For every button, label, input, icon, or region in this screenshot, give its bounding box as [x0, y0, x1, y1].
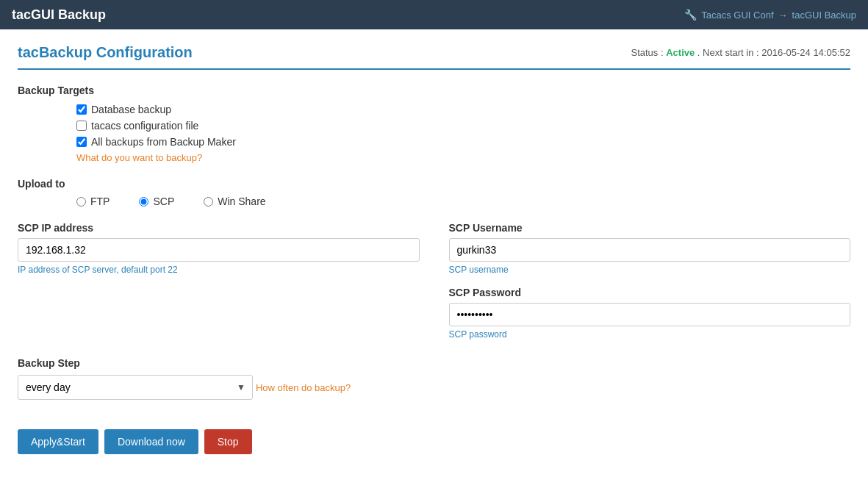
download-now-button[interactable]: Download now [104, 429, 198, 454]
wrench-icon: 🔧 [684, 9, 697, 21]
status-info: Status : Active . Next start in : 2016-0… [631, 47, 850, 58]
page-heading-row: tacBackup Configuration Status : Active … [18, 44, 850, 70]
checkbox-tacacs[interactable]: tacacs configuration file [76, 120, 850, 132]
scp-ip-label: SCP IP address [18, 222, 420, 234]
button-row: Apply&Start Download now Stop [18, 429, 850, 454]
checkbox-database[interactable]: Database backup [76, 104, 850, 115]
checkbox-backupmaker-input[interactable] [76, 137, 87, 147]
backup-step-select[interactable]: every day every week every month every h… [18, 375, 253, 400]
scp-password-input[interactable] [449, 303, 851, 326]
backup-targets-label: Backup Targets [18, 85, 850, 96]
scp-password-label: SCP Password [449, 287, 851, 298]
status-value: Active [666, 47, 695, 58]
scp-password-hint: SCP password [449, 329, 851, 340]
radio-winshare-input[interactable] [204, 197, 213, 207]
backup-targets-list: Database backup tacacs configuration fil… [18, 104, 850, 163]
radio-winshare[interactable]: Win Share [204, 196, 265, 207]
backup-step-help-link[interactable]: How often do backup? [256, 382, 351, 393]
radio-scp[interactable]: SCP [139, 196, 174, 207]
radio-ftp-input[interactable] [76, 197, 86, 207]
radio-winshare-label: Win Share [218, 196, 265, 207]
checkbox-database-label: Database backup [91, 104, 171, 115]
scp-ip-input[interactable] [18, 238, 420, 262]
navbar-brand: tacGUI Backup [12, 7, 106, 23]
breadcrumb-separator: → [778, 10, 788, 21]
backup-targets-section: Backup Targets Database backup tacacs co… [18, 85, 850, 163]
status-datetime: 2016-05-24 14:05:52 [761, 47, 850, 58]
navbar-breadcrumb: 🔧 Tacacs GUI Conf → tacGUI Backup [684, 9, 856, 21]
page-title-bold: Backup [39, 44, 92, 60]
status-label: Status : [631, 47, 663, 58]
radio-ftp-label: FTP [90, 196, 110, 207]
stop-button[interactable]: Stop [204, 429, 252, 454]
navbar: tacGUI Backup 🔧 Tacacs GUI Conf → tacGUI… [0, 0, 868, 29]
scp-username-input[interactable] [449, 238, 851, 262]
scp-left-spacer [18, 287, 420, 340]
backup-targets-help-link[interactable]: What do you want to backup? [76, 152, 850, 163]
checkbox-tacacs-input[interactable] [76, 121, 87, 131]
checkbox-backupmaker[interactable]: All backups from Backup Maker [76, 136, 850, 148]
checkbox-backupmaker-label: All backups from Backup Maker [91, 136, 236, 148]
upload-to-label: Upload to [18, 178, 850, 190]
page-title-suffix: Configuration [92, 44, 193, 60]
breadcrumb-current[interactable]: tacGUI Backup [792, 10, 856, 21]
breadcrumb-parent[interactable]: Tacacs GUI Conf [701, 10, 773, 21]
page-title-prefix: tac [18, 44, 39, 60]
scp-username-group: SCP Username SCP username [449, 222, 851, 275]
scp-ip-hint: IP address of SCP server, default port 2… [18, 265, 420, 275]
scp-fields-grid: SCP IP address IP address of SCP server,… [18, 222, 850, 340]
backup-step-select-wrapper: every day every week every month every h… [18, 375, 253, 400]
scp-password-group: SCP Password SCP password [449, 287, 851, 340]
radio-ftp[interactable]: FTP [76, 196, 110, 207]
apply-start-button[interactable]: Apply&Start [18, 429, 98, 454]
scp-ip-group: SCP IP address IP address of SCP server,… [18, 222, 420, 275]
checkbox-database-input[interactable] [76, 104, 87, 115]
radio-scp-input[interactable] [139, 197, 148, 207]
backup-step-label: Backup Step [18, 357, 850, 369]
main-content: tacBackup Configuration Status : Active … [0, 29, 868, 477]
upload-radio-group: FTP SCP Win Share [18, 196, 850, 207]
scp-username-hint: SCP username [449, 265, 851, 275]
page-title: tacBackup Configuration [18, 44, 193, 61]
backup-step-section: Backup Step every day every week every m… [18, 357, 850, 400]
upload-section: Upload to FTP SCP Win Share [18, 178, 850, 207]
status-next: . Next start in : [697, 47, 759, 58]
checkbox-tacacs-label: tacacs configuration file [91, 120, 198, 132]
scp-username-label: SCP Username [449, 222, 851, 234]
radio-scp-label: SCP [153, 196, 174, 207]
